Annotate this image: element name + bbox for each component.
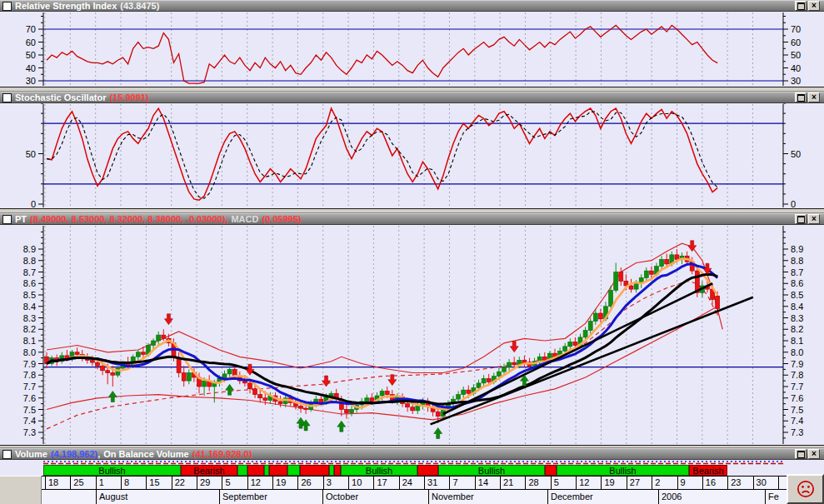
week-tick-label: 31 (424, 477, 449, 489)
date-axis: 1825181522295121926310172431714212851219… (42, 476, 824, 504)
stochastic-panel-header[interactable]: Stochastic Oscillator (15.9091) × (0, 92, 824, 103)
signal-segment-bull: Bullish (557, 465, 689, 476)
restore-icon (797, 2, 805, 10)
restore-panel-button[interactable] (795, 92, 807, 102)
svg-text:7.9: 7.9 (791, 359, 803, 369)
svg-text:8.6: 8.6 (23, 278, 36, 288)
week-tick-label: 2 (652, 477, 677, 489)
panel-checkbox-icon[interactable] (2, 450, 12, 459)
svg-text:8.0: 8.0 (791, 347, 803, 357)
week-tick-label: 7 (449, 477, 474, 489)
rsi-plot[interactable]: 30304040505060607070 (26, 12, 802, 86)
svg-text:7.5: 7.5 (23, 405, 36, 415)
svg-text:8.9: 8.9 (791, 244, 803, 254)
axis-corner-box (0, 476, 42, 504)
week-tick-label: 1 (96, 477, 121, 489)
restore-panel-button[interactable] (795, 449, 807, 459)
close-panel-button[interactable]: × (808, 1, 820, 11)
restore-panel-button[interactable] (795, 214, 807, 224)
svg-text:8.1: 8.1 (791, 336, 803, 346)
svg-text:8.1: 8.1 (23, 336, 36, 346)
svg-text:8.3: 8.3 (791, 313, 803, 323)
stochastic-title: Stochastic Oscillator (15, 92, 106, 102)
week-tick-label: 28 (525, 477, 550, 489)
stochastic-value: (15.9091) (109, 92, 148, 102)
week-tick-label: 29 (197, 477, 222, 489)
status-button[interactable] (787, 474, 824, 504)
restore-panel-button[interactable] (795, 1, 807, 11)
svg-text:8.2: 8.2 (791, 324, 803, 334)
month-label: September (219, 490, 336, 504)
signal-segment-bull (237, 465, 247, 476)
panel-checkbox-icon[interactable] (2, 93, 12, 102)
svg-text:7.5: 7.5 (791, 405, 803, 415)
svg-text:7.7: 7.7 (23, 382, 36, 392)
rsi-panel-header[interactable]: Relative Strength Index (43.8475) × (0, 0, 824, 12)
close-panel-button[interactable]: × (808, 449, 820, 459)
week-tick-label: 26 (297, 477, 322, 489)
month-label: 2006 (658, 490, 775, 504)
svg-text:30: 30 (26, 76, 36, 86)
restore-icon (797, 94, 805, 102)
svg-text:8.8: 8.8 (791, 256, 803, 266)
svg-text:7.9: 7.9 (23, 359, 36, 369)
signal-segment-bear (334, 465, 341, 476)
month-label: November (428, 490, 545, 504)
svg-text:7.4: 7.4 (791, 416, 803, 426)
svg-text:8.2: 8.2 (23, 324, 36, 334)
svg-text:7.6: 7.6 (791, 393, 803, 403)
svg-text:50: 50 (26, 50, 36, 60)
volume-panel-header[interactable]: Volume (4,198,962) , On Balance Volume (… (0, 448, 824, 460)
panel-checkbox-icon[interactable] (2, 215, 12, 224)
svg-text:8.7: 8.7 (23, 267, 36, 277)
signal-segment-bear (300, 465, 329, 476)
volume-value: (4,198,962) (51, 449, 97, 459)
price-symbol: PT (15, 214, 27, 224)
signal-segment-bull: Bullish (438, 465, 545, 476)
week-tick-label: 19 (272, 477, 297, 489)
svg-text:60: 60 (26, 37, 36, 47)
volume-sliver-plot[interactable] (43, 462, 783, 464)
sad-face-icon (795, 478, 817, 500)
svg-text:8.4: 8.4 (791, 302, 803, 312)
chart-application-window: 303040405050606070700050507.37.37.47.47.… (0, 0, 824, 504)
panel-checkbox-icon[interactable] (2, 2, 12, 11)
price-plot[interactable]: 7.37.37.47.47.57.57.67.67.77.77.87.87.97… (23, 226, 804, 444)
week-tick-label: 14 (475, 477, 500, 489)
week-tick-label: 27 (627, 477, 652, 489)
week-tick-label: 23 (727, 477, 752, 489)
close-panel-button[interactable]: × (808, 92, 820, 102)
signal-segment-bull: Bullish (341, 465, 417, 476)
week-tick-label: 9 (677, 477, 702, 489)
month-label: December (547, 490, 664, 504)
signal-segment-bear: Bearish (689, 465, 727, 476)
week-tick-label: 5 (551, 477, 576, 489)
stochastic-plot[interactable]: 005050 (26, 103, 802, 209)
price-ohlc-value: (8.49000, 8.53000, 8.32000, 8.38000, -0.… (30, 214, 225, 224)
price-separator: , (225, 214, 227, 224)
svg-text:8.7: 8.7 (791, 267, 803, 277)
svg-text:8.4: 8.4 (23, 302, 36, 312)
svg-text:8.0: 8.0 (23, 347, 36, 357)
signal-segment-bear (545, 465, 557, 476)
macd-label: MACD (231, 214, 258, 224)
week-tick-label: 19 (601, 477, 626, 489)
svg-text:8.8: 8.8 (23, 256, 36, 266)
svg-text:8.3: 8.3 (23, 313, 36, 323)
restore-icon (797, 216, 805, 223)
signal-segment-bear (247, 465, 264, 476)
week-tick-label: 10 (348, 477, 373, 489)
close-panel-button[interactable]: × (808, 214, 820, 224)
price-panel-header[interactable]: PT (8.49000, 8.53000, 8.32000, 8.38000, … (0, 213, 824, 225)
svg-text:7.3: 7.3 (23, 427, 36, 437)
svg-text:8.6: 8.6 (791, 278, 803, 288)
svg-text:50: 50 (791, 149, 801, 159)
svg-text:40: 40 (791, 63, 801, 73)
svg-text:40: 40 (26, 63, 36, 73)
close-icon: × (812, 450, 817, 458)
svg-text:30: 30 (791, 76, 801, 86)
week-tick-label: 5 (222, 477, 247, 489)
svg-text:8.9: 8.9 (23, 244, 36, 254)
restore-icon (797, 451, 805, 458)
week-tick-label: 8 (121, 477, 146, 489)
